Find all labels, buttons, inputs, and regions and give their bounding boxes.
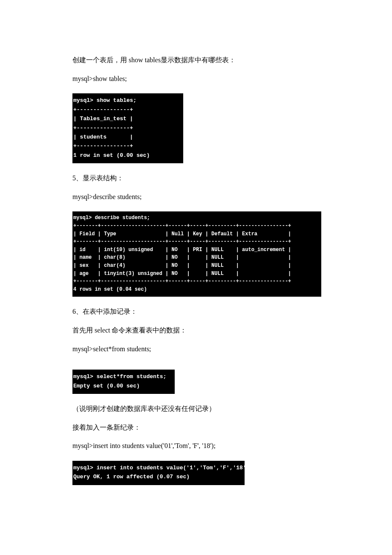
terminal-output-select: mysql> select*from students; Empty set (… bbox=[72, 370, 175, 394]
terminal-output-show-tables: mysql> show tables; +----------------+ |… bbox=[72, 93, 183, 163]
command-line: mysql>insert into students value('01','T… bbox=[72, 440, 320, 451]
section-heading: 6、在表中添加记录： bbox=[72, 306, 320, 317]
terminal-output-insert: mysql> insert into students value('1','T… bbox=[72, 461, 245, 485]
terminal-output-describe: mysql> describe students; +-------+-----… bbox=[72, 211, 321, 297]
paragraph: 创建一个表后，用 show tables显示数据库中有哪些表： bbox=[72, 55, 320, 66]
paragraph: 接着加入一条新纪录： bbox=[72, 422, 320, 433]
command-line: mysql>show tables; bbox=[72, 73, 320, 84]
paragraph: （说明刚才创建的数据库表中还没有任何记录） bbox=[72, 403, 320, 414]
paragraph: 首先用 select 命令来查看表中的数据： bbox=[72, 325, 320, 336]
section-heading: 5、显示表结构： bbox=[72, 173, 320, 184]
spacer bbox=[72, 362, 320, 368]
document-page: 创建一个表后，用 show tables显示数据库中有哪些表： mysql>sh… bbox=[0, 0, 392, 521]
command-line: mysql>select*from students; bbox=[72, 344, 320, 355]
command-line: mysql>describe students; bbox=[72, 191, 320, 202]
